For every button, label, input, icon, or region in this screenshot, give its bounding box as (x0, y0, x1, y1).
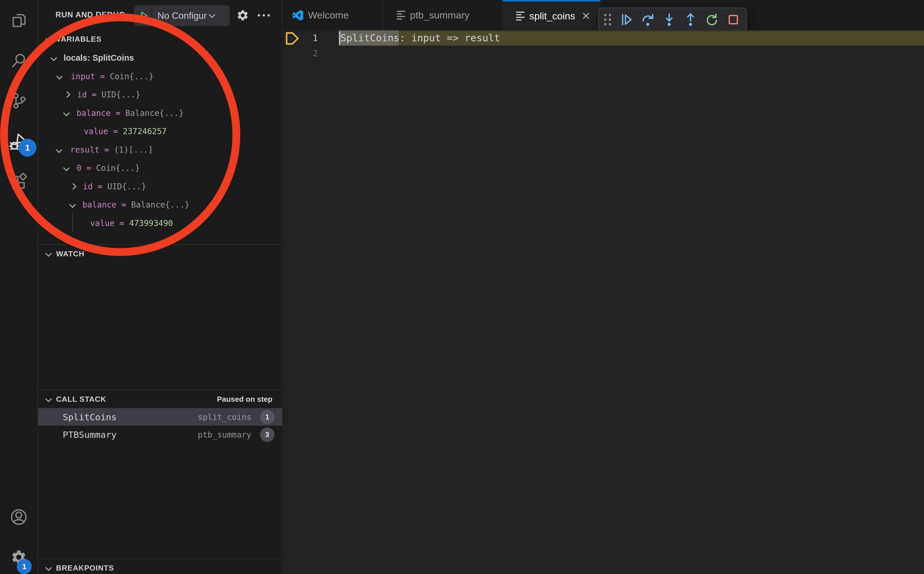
scope-label: locals: SplitCoins (64, 53, 134, 62)
variable-row[interactable]: balance = Balance{...} (38, 196, 283, 214)
variable-row[interactable]: balance = Balance{...} (38, 104, 283, 122)
breakpoints-section-header[interactable]: BREAKPOINTS (38, 559, 283, 574)
frame-name: SplitCoins (63, 412, 117, 422)
variable-value: UID{...} (101, 90, 140, 99)
frame-file: split_coins (198, 412, 251, 422)
start-debug-icon[interactable] (138, 10, 150, 21)
editor-area: Welcome ptb_summary split_coins (283, 0, 924, 574)
chevron-down-icon[interactable] (69, 202, 76, 208)
source-control-icon[interactable] (0, 84, 38, 118)
frame-line-badge: 3 (260, 427, 274, 442)
debug-settings-gear-icon[interactable] (236, 9, 249, 22)
variable-name: balance (77, 108, 111, 118)
scope-row[interactable]: locals: SplitCoins (38, 49, 283, 67)
vscode-window: 1 1 RUN AND DEBUG No Conf (0, 0, 924, 574)
chevron-down-icon (46, 250, 52, 257)
step-into-button[interactable] (662, 12, 677, 27)
run-and-debug-icon[interactable]: 1 (0, 124, 38, 159)
variable-row[interactable]: value = 237246257 (38, 122, 283, 140)
chevron-down-icon[interactable] (63, 165, 70, 171)
tab-welcome[interactable]: Welcome (283, 0, 383, 30)
extensions-icon[interactable] (0, 164, 38, 199)
tab-label: Welcome (308, 9, 349, 21)
call-stack-status: Paused on step (217, 395, 272, 404)
explorer-icon[interactable] (0, 3, 38, 38)
variable-value: (1)[...] (114, 145, 153, 155)
frame-file: ptb_summary (198, 430, 251, 439)
frame-name: PTBSummary (63, 429, 117, 440)
variable-name: balance (82, 200, 116, 209)
run-and-debug-panel: RUN AND DEBUG No Configur VARIABLES (38, 0, 283, 574)
config-label: No Configur (157, 10, 207, 21)
step-over-button[interactable] (640, 12, 655, 27)
equals-sign: = (121, 200, 126, 209)
chevron-down-icon[interactable] (63, 110, 70, 117)
continue-button[interactable] (619, 12, 634, 27)
equals-sign: = (92, 90, 97, 99)
chevron-down-icon (46, 396, 52, 402)
search-icon[interactable] (0, 43, 38, 78)
variable-name: input (71, 71, 95, 81)
call-stack-section-header[interactable]: CALL STACK Paused on step (38, 390, 283, 408)
code-editor[interactable]: 1 2 SplitCoins: input => result (283, 30, 924, 574)
debug-toolbar (598, 8, 747, 32)
stop-button[interactable] (726, 12, 741, 27)
debug-config-dropdown[interactable]: No Configur (134, 5, 230, 26)
variables-section-header[interactable]: VARIABLES (38, 30, 283, 48)
variable-name: result (70, 145, 99, 155)
equals-sign: = (87, 163, 91, 173)
chevron-down-icon (46, 36, 52, 42)
stack-frame-row[interactable]: PTBSummary ptb_summary 3 (38, 426, 283, 443)
variable-row[interactable]: id = UID{...} (38, 177, 283, 196)
variable-name: id (77, 90, 87, 99)
settings-gear-icon[interactable]: 1 (0, 540, 38, 574)
chevron-down-icon (209, 11, 215, 18)
tab-ptb-summary[interactable]: ptb_summary (383, 0, 503, 30)
panel-title: RUN AND DEBUG (55, 10, 125, 19)
vscode-logo-icon (293, 10, 303, 21)
current-frame-pointer-icon (285, 32, 299, 45)
step-out-button[interactable] (683, 12, 698, 27)
variable-name: 0 (77, 163, 82, 173)
code-token-selected: SplitCoins (340, 32, 400, 44)
watch-section-header[interactable]: WATCH (38, 245, 283, 263)
line-number[interactable]: 1 (301, 30, 318, 46)
more-actions-icon[interactable] (257, 13, 271, 18)
account-icon[interactable] (0, 500, 38, 535)
chevron-down-icon (46, 565, 52, 571)
section-title: BREAKPOINTS (56, 564, 114, 572)
equals-sign: = (113, 126, 118, 136)
equals-sign: = (104, 145, 109, 155)
chevron-right-icon[interactable] (70, 183, 77, 190)
chevron-down-icon[interactable] (56, 147, 62, 153)
variable-name: value (84, 126, 108, 136)
variable-row[interactable]: result = (1)[...] (38, 140, 283, 159)
variable-name: id (83, 181, 93, 191)
debug-session-badge: 1 (19, 139, 36, 157)
equals-sign: = (116, 108, 121, 118)
equals-sign: = (119, 218, 124, 228)
chevron-right-icon[interactable] (64, 91, 71, 98)
chevron-down-icon[interactable] (50, 55, 57, 61)
variable-row[interactable]: value = 473993490 (38, 214, 283, 232)
variable-row[interactable]: input = Coin{...} (38, 67, 283, 85)
variable-row[interactable]: 0 = Coin{...} (38, 159, 283, 177)
line-number[interactable]: 2 (301, 46, 318, 61)
code-token-rest: : input => result (400, 32, 500, 44)
stack-frame-row[interactable]: SplitCoins split_coins 1 (38, 408, 283, 426)
indent-guide (72, 213, 73, 231)
activity-bar: 1 1 (0, 0, 38, 574)
variable-value: Coin{...} (110, 71, 154, 81)
equals-sign: = (98, 181, 102, 191)
section-title: VARIABLES (56, 35, 101, 44)
tab-split-coins[interactable]: split_coins (503, 0, 600, 30)
toolbar-drag-handle[interactable] (603, 13, 612, 27)
code-line[interactable]: SplitCoins: input => result (340, 30, 500, 46)
equals-sign: = (100, 71, 105, 81)
tab-label: split_coins (529, 10, 575, 22)
close-icon[interactable] (582, 11, 590, 20)
chevron-down-icon[interactable] (56, 73, 63, 80)
restart-button[interactable] (704, 12, 719, 27)
variable-value: UID{...} (107, 181, 146, 191)
variable-row[interactable]: id = UID{...} (38, 85, 283, 104)
